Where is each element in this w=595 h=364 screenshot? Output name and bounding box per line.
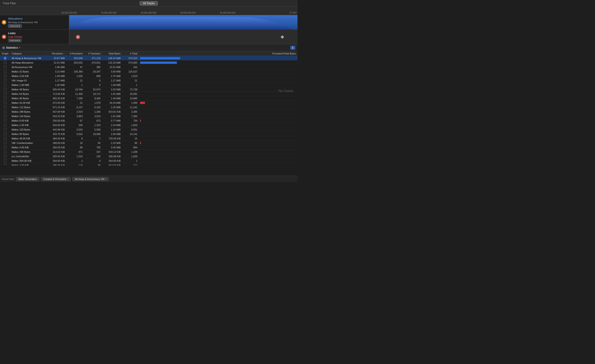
total-cell: 1,659 <box>122 154 139 158</box>
table-row[interactable]: All Heap Allocations22.01 MiB203,052370,… <box>0 61 298 65</box>
table-row[interactable]: Malloc 8.00 KiB536.00 KiB676725.77 MiB73… <box>0 118 298 123</box>
allocations-sub: All Heap & Anonymous VM <box>8 21 67 24</box>
graph-checkbox[interactable] <box>4 137 7 140</box>
table-row[interactable]: Malloc 112 Bytes671.23 KiB6,1375,1051.20… <box>0 105 298 110</box>
total-bytes-cell: 923.91 KiB <box>102 110 122 114</box>
graph-checkbox[interactable] <box>4 97 7 99</box>
category-cell: Malloc 48 Bytes <box>10 87 46 92</box>
graph-checkbox[interactable]: ✓ <box>4 57 7 60</box>
table-row[interactable]: Malloc 144 Bytes543.23 KiB3,8633,5191.01… <box>0 114 298 118</box>
graph-checkbox[interactable] <box>4 128 7 131</box>
total-cell: 125,627 <box>122 69 139 74</box>
table-row[interactable]: Malloc 1.00 MiB1.00 MiB101.00 MiB1 <box>0 83 298 87</box>
created-persistent-button[interactable]: Created & Persistent ▾ <box>41 177 71 181</box>
table-row[interactable]: Malloc 32 Bytes3.22 MiB105,38020,2473.83… <box>0 69 298 74</box>
graph-checkbox[interactable] <box>4 61 7 64</box>
graph-checkbox[interactable] <box>4 101 7 104</box>
table-body: ✓All Heap & Anonymous VM23.87 MiB203,099… <box>0 56 298 166</box>
col-num-persistent[interactable]: # Persistent <box>66 51 84 56</box>
table-row[interactable]: Malloc 48.00 KiB384.00 KiB87720.00 KiB15 <box>0 136 298 141</box>
table-container[interactable]: Graph Category Persistent ↓ # Persistent… <box>0 51 298 165</box>
persistent-cell: 304.00 KiB <box>46 158 66 163</box>
graph-checkbox[interactable] <box>4 150 7 153</box>
total-cell: 1,099 <box>122 101 139 105</box>
table-row[interactable]: Malloc 128 Bytes442.88 KiB3,5435,5081.10… <box>0 127 298 132</box>
table-row[interactable]: Malloc 4.00 KiB356.00 KiB897953.45 MiB88… <box>0 145 298 150</box>
graph-cell <box>0 101 10 105</box>
leaks-instrument-row[interactable]: Leaks Leak Checks Instrument <box>0 30 69 44</box>
graph-checkbox[interactable] <box>4 92 7 95</box>
allocations-tag: Instrument <box>8 24 22 28</box>
table-row[interactable]: Malloc 2.50 KiB295.00 KiB11899542.50 KiB… <box>0 163 298 166</box>
num-transient-cell: 899 <box>84 74 102 78</box>
col-category[interactable]: Category <box>10 51 46 56</box>
graph-checkbox[interactable] <box>4 70 7 73</box>
table-row[interactable]: Malloc 80 Bytes433.75 KiB5,55218,5891.84… <box>0 132 298 136</box>
persistent-cell: 295.00 KiB <box>46 163 66 166</box>
bar-cell <box>139 96 298 101</box>
graph-checkbox[interactable] <box>4 146 7 149</box>
persistent-cell: 433.75 KiB <box>46 132 66 136</box>
total-cell: 1 <box>122 83 139 87</box>
statistics-e-button[interactable]: E <box>290 46 295 50</box>
graph-checkbox[interactable] <box>4 79 7 82</box>
graph-checkbox[interactable] <box>4 159 7 162</box>
all-heap-button[interactable]: All Heap & Anonymous VM ▾ <box>72 177 109 181</box>
graph-checkbox[interactable] <box>4 88 7 90</box>
table-row[interactable]: Malloc 48 Bytes926.44 KiB19,76452,9743.3… <box>0 87 298 92</box>
graph-cell <box>0 92 10 96</box>
graph-checkbox[interactable] <box>4 124 7 126</box>
track-filter-label: Track Filter <box>3 2 16 5</box>
col-persistent[interactable]: Persistent ↓ <box>46 51 66 56</box>
all-tracks-button[interactable]: All Tracks <box>140 1 158 6</box>
total-bytes-cell: 1.20 MiB <box>102 105 122 110</box>
total-cell: 11,242 <box>122 105 139 110</box>
persistent-cell: 356.00 KiB <box>46 145 66 150</box>
col-total-bytes[interactable]: Total Bytes <box>102 51 122 56</box>
num-transient-cell: 795 <box>84 145 102 150</box>
total-bytes-cell: 3.45 MiB <box>102 145 122 150</box>
table-row[interactable]: All Anonymous VM1.86 MiB4738515.91 MiB43… <box>0 65 298 69</box>
persistent-cell: 368.00 KiB <box>46 141 66 145</box>
table-row[interactable]: Malloc 64 Bytes713.06 KiB11,40918,1721.8… <box>0 92 298 96</box>
tick-5: 57.567.764.997 <box>290 12 298 14</box>
table-row[interactable]: VM: Image IO1.27 MiB2101.27 MiB21 <box>0 78 298 83</box>
graph-checkbox[interactable] <box>4 141 7 144</box>
col-total[interactable]: # Total <box>122 51 139 56</box>
graph-checkbox[interactable] <box>4 75 7 77</box>
graph-checkbox[interactable] <box>4 164 7 166</box>
graph-cell <box>0 132 10 136</box>
bar-cell <box>139 101 298 105</box>
num-transient-cell: 385 <box>84 65 102 69</box>
num-transient-cell: 3,519 <box>84 114 102 118</box>
table-row[interactable]: ✓All Heap & Anonymous VM23.87 MiB203,099… <box>0 56 298 61</box>
graph-checkbox[interactable] <box>4 132 7 135</box>
graph-checkbox[interactable] <box>4 155 7 158</box>
table-row[interactable]: Malloc 1.50 KiB504.00 KiB3361,3232.43 Mi… <box>0 123 298 127</box>
table-row[interactable]: Malloc 368 Bytes313.02 KiB871337434.12 K… <box>0 150 298 154</box>
statistics-title-group[interactable]: ⊞ Statistics ▾ <box>2 46 20 49</box>
table-row[interactable]: Malloc 2.00 KiB1.99 MiB1,0208993.75 MiB1… <box>0 74 298 78</box>
bar-cell <box>139 87 298 92</box>
table-row[interactable]: Malloc 32.00 KiB672.00 KiB211,07834.34 M… <box>0 101 298 105</box>
col-bar[interactable]: Persistent/Total Bytes <box>139 51 298 56</box>
table-row[interactable]: Malloc 96 Bytes682.50 KiB7,2808,4051.44 … <box>0 96 298 101</box>
graph-checkbox[interactable] <box>4 110 7 113</box>
graph-cell <box>0 78 10 83</box>
table-row[interactable]: Malloc 304.00 KiB304.00 KiB10304.00 KiB1 <box>0 158 298 163</box>
graph-cell <box>0 114 10 118</box>
col-num-transient[interactable]: # Transient <box>84 51 102 56</box>
table-row[interactable]: VM: CoreAnimation368.00 KiB16642.23 MiB8… <box>0 141 298 145</box>
num-transient-cell: 1,323 <box>84 123 102 127</box>
graph-checkbox[interactable] <box>4 119 7 122</box>
mark-generation-button[interactable]: Mark Generation <box>16 177 39 181</box>
graph-checkbox[interactable] <box>4 106 7 108</box>
graph-checkbox[interactable] <box>4 66 7 68</box>
col-graph[interactable]: Graph <box>0 51 10 56</box>
graph-checkbox[interactable] <box>4 83 7 86</box>
table-row[interactable]: Malloc 288 Bytes567.84 KiB2,0191,266923.… <box>0 110 298 114</box>
allocations-instrument-row[interactable]: Allocations All Heap & Anonymous VM Inst… <box>0 15 69 30</box>
graph-checkbox[interactable] <box>4 115 7 117</box>
table-row[interactable]: icu::UnicodeSet309.56 KiB1,524135336.98 … <box>0 154 298 158</box>
num-transient-cell: 52,974 <box>84 87 102 92</box>
